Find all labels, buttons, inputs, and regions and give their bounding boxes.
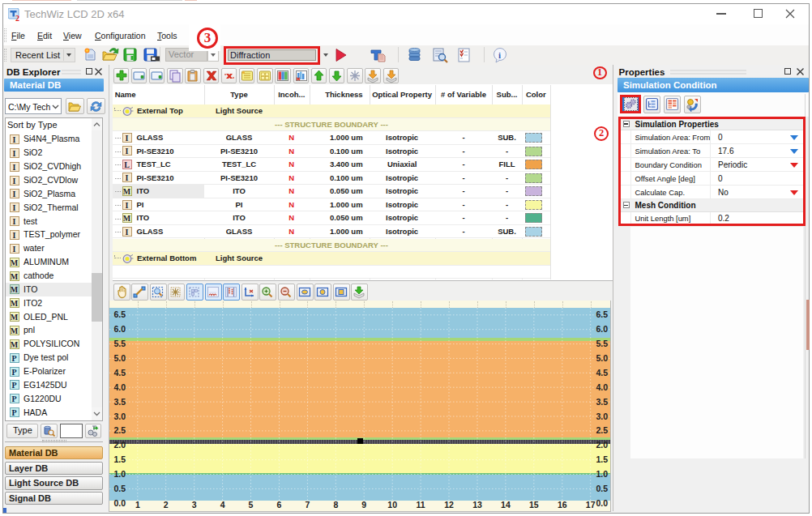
svg-text:i: i <box>498 50 501 60</box>
svg-text:2: 2 <box>15 14 19 22</box>
